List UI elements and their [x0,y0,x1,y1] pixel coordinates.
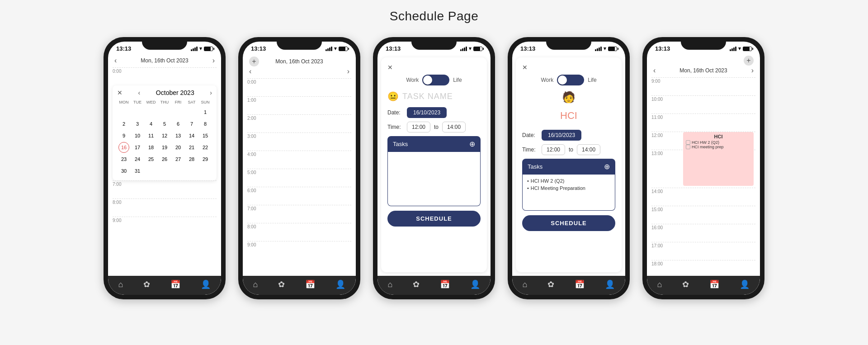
home-icon-5[interactable]: ⌂ [657,280,662,289]
cal-day-2[interactable]: 2 [118,118,129,129]
schedule-btn-4[interactable]: SCHEDULE [522,215,615,231]
cal-day-31[interactable]: 31 [132,165,143,176]
cal-day-28[interactable]: 28 [186,154,197,165]
cal-day[interactable] [132,107,143,118]
cal-day-9[interactable]: 9 [118,130,129,141]
user-icon-1[interactable]: 👤 [201,279,211,289]
paw-icon-1[interactable]: ✿ [143,279,150,289]
cal-day-1[interactable]: 1 [200,107,211,118]
add-button-5[interactable]: + [744,56,754,66]
cal-day-18[interactable]: 18 [146,142,156,153]
tr5-16: 16:00 [651,224,755,242]
cal-day-12[interactable]: 12 [159,130,170,141]
calendar-icon-2[interactable]: 📅 [305,279,315,289]
toggle-3[interactable] [422,75,449,85]
cal-day-22[interactable]: 22 [200,142,211,153]
user-icon-3[interactable]: 👤 [470,279,480,289]
add-task-btn-4[interactable]: ⊕ [604,162,610,171]
tr-8: 8:00 [247,223,351,241]
cal-day-15[interactable]: 15 [200,130,211,141]
task-name-4[interactable]: HCI [560,110,577,122]
cal-day-21[interactable]: 21 [186,142,197,153]
cal-day-27[interactable]: 27 [173,154,184,165]
cal-day-16[interactable]: 16 [118,142,129,153]
event-block-hci[interactable]: HCI HCI HW 2 (Q2) HCI meeting prep [683,132,754,186]
cal-day-30[interactable]: 30 [118,165,129,176]
cal-day-23[interactable]: 23 [118,154,129,165]
user-icon-4[interactable]: 👤 [605,279,615,289]
paw-icon-4[interactable]: ✿ [547,279,554,289]
cal-prev[interactable]: ‹ [138,89,141,96]
home-icon-1[interactable]: ⌂ [118,280,123,289]
date-value-4[interactable]: 16/10/2023 [542,130,581,141]
paw-icon-2[interactable]: ✿ [278,279,285,289]
cal-day-8[interactable]: 8 [200,118,211,129]
toggle-row-4: Work Life [522,75,615,85]
paw-icon-3[interactable]: ✿ [413,279,420,289]
wd-fri: FRI [171,100,185,104]
to-text-3: to [434,124,439,130]
home-icon-4[interactable]: ⌂ [523,280,528,289]
tr-3: 3:00 [247,132,351,151]
add-task-btn-3[interactable]: ⊕ [469,140,475,148]
calendar-icon-5[interactable]: 📅 [709,279,719,289]
cal-day-13[interactable]: 13 [173,130,184,141]
battery-4 [608,47,617,51]
cal-day-25[interactable]: 25 [146,154,156,165]
paw-icon-5[interactable]: ✿ [682,279,689,289]
nav-next-1[interactable]: › [212,57,215,65]
cal-day[interactable] [118,107,129,118]
task-check-2[interactable] [686,145,690,149]
calendar-icon-3[interactable]: 📅 [440,279,450,289]
prev-2[interactable]: ‹ [249,67,251,76]
cal-day-6[interactable]: 6 [173,118,184,129]
cal-day-29[interactable]: 29 [200,154,211,165]
time-to-3[interactable]: 14:00 [442,122,466,132]
cal-day-10[interactable]: 10 [132,130,143,141]
cal-day-7[interactable]: 7 [186,118,197,129]
task-check-1[interactable] [686,140,690,145]
cal-next[interactable]: › [210,89,212,96]
cal-day[interactable] [186,107,197,118]
next-2[interactable]: › [347,67,349,76]
calendar-close[interactable]: ✕ [117,89,123,96]
cal-day-26[interactable]: 26 [159,154,170,165]
home-icon-3[interactable]: ⌂ [388,280,393,289]
schedule-btn-3[interactable]: SCHEDULE [387,211,481,227]
cal-day-20[interactable]: 20 [173,142,184,153]
nav-next-5[interactable]: › [751,66,754,75]
nav-prev-1[interactable]: ‹ [114,57,117,65]
time-label-0: 0:00 [113,69,127,74]
cal-day[interactable] [159,107,170,118]
tasks-section-3: Tasks ⊕ [387,136,481,152]
bottom-nav-1: ⌂ ✿ 📅 👤 [108,276,221,295]
user-icon-2[interactable]: 👤 [335,279,345,289]
user-icon-5[interactable]: 👤 [740,279,750,289]
home-icon-2[interactable]: ⌂ [253,280,258,289]
time-from-4[interactable]: 12:00 [542,144,565,155]
cal-day-3[interactable]: 3 [132,118,143,129]
calendar-icon-4[interactable]: 📅 [575,279,585,289]
cal-day[interactable] [146,107,156,118]
status-time-3: 13:13 [386,45,401,52]
time-to-4[interactable]: 14:00 [577,144,600,155]
cal-day-4[interactable]: 4 [146,118,156,129]
add-task-modal-empty: ✕ Work Life 😐 TASK NAME Date: 16/10/2023 [381,57,487,272]
cal-day-5[interactable]: 5 [159,118,170,129]
time-from-3[interactable]: 12:00 [407,122,430,132]
nav-prev-5[interactable]: ‹ [653,66,656,75]
cal-day[interactable] [173,107,184,118]
date-value-3[interactable]: 16/10/2023 [407,107,447,118]
modal-close-4[interactable]: ✕ [522,64,615,71]
status-time-5: 13:13 [655,45,670,52]
modal-close-3[interactable]: ✕ [387,64,481,71]
task-name-placeholder-3[interactable]: TASK NAME [402,92,453,101]
add-button-2[interactable]: + [249,57,259,66]
calendar-icon-1[interactable]: 📅 [170,279,180,289]
cal-day-19[interactable]: 19 [159,142,170,153]
cal-day-14[interactable]: 14 [186,130,197,141]
cal-day-11[interactable]: 11 [146,130,156,141]
cal-day-17[interactable]: 17 [132,142,143,153]
toggle-4[interactable] [557,75,584,85]
cal-day-24[interactable]: 24 [132,154,143,165]
